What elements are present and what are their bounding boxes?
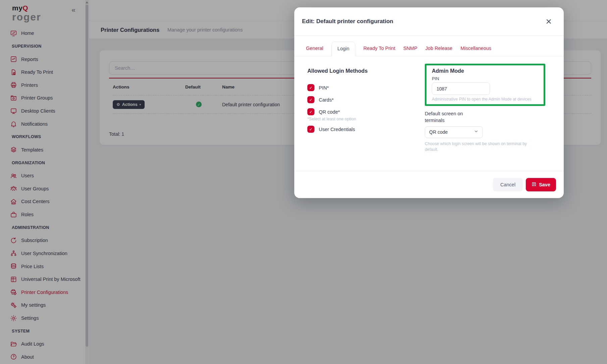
- modal-tabs: GeneralLoginReady To PrintSNMPJob Releas…: [294, 36, 564, 56]
- checkbox-cards[interactable]: ✓: [307, 96, 314, 103]
- default-screen-label: Default screen on terminals: [425, 110, 478, 124]
- save-button-label: Save: [539, 182, 550, 187]
- login-option-cards: ✓Cards*: [307, 96, 411, 103]
- checkbox-pin[interactable]: ✓: [307, 84, 314, 91]
- chevron-down-icon: [474, 129, 478, 135]
- admin-mode-column: Admin Mode PIN Administrative PIN to ope…: [425, 64, 557, 153]
- tab-login[interactable]: Login: [332, 42, 355, 56]
- checkbox-qr-code[interactable]: ✓: [307, 108, 314, 115]
- default-screen-value: QR code: [429, 129, 448, 135]
- default-screen-helper: Choose which login screen will be shown …: [425, 141, 536, 153]
- cancel-button[interactable]: Cancel: [493, 178, 523, 191]
- allowed-login-methods-section: Allowed Login Methods ✓PIN*✓Cards*✓QR co…: [307, 68, 411, 138]
- admin-pin-input[interactable]: [432, 82, 490, 95]
- admin-mode-highlight-box: Admin Mode PIN Administrative PIN to ope…: [425, 64, 545, 106]
- login-methods-note: *Select at least one option: [307, 117, 411, 121]
- close-icon[interactable]: ×: [546, 17, 552, 25]
- tab-general[interactable]: General: [306, 46, 323, 56]
- pin-field-label: PIN: [432, 76, 544, 81]
- allowed-login-methods-heading: Allowed Login Methods: [307, 68, 411, 74]
- login-option-label: Cards*: [319, 97, 334, 103]
- tab-job-release[interactable]: Job Release: [425, 46, 453, 56]
- login-option-label: PIN*: [319, 85, 329, 90]
- save-floppy-icon: [532, 182, 537, 188]
- login-option-qr-code: ✓QR code*: [307, 108, 411, 115]
- modal-body: Allowed Login Methods ✓PIN*✓Cards*✓QR co…: [294, 56, 564, 171]
- modal-title: Edit: Default printer configuration: [302, 18, 393, 25]
- login-option-label: User Credentials: [319, 127, 355, 132]
- default-screen-select[interactable]: QR code: [425, 126, 483, 138]
- tab-miscellaneous[interactable]: Miscellaneous: [460, 46, 491, 56]
- admin-pin-helper: Administrative PIN to open the Admin Mod…: [432, 97, 544, 102]
- login-option-user-credentials: ✓User Credentials: [307, 126, 411, 133]
- modal-header: Edit: Default printer configuration ×: [294, 7, 564, 36]
- login-option-label: QR code*: [319, 109, 340, 115]
- edit-printer-configuration-modal: Edit: Default printer configuration × Ge…: [294, 7, 564, 198]
- modal-footer: Cancel Save: [294, 171, 564, 198]
- login-options-list: ✓PIN*✓Cards*✓QR code**Select at least on…: [307, 84, 411, 133]
- checkbox-user-credentials[interactable]: ✓: [307, 126, 314, 133]
- tab-snmp[interactable]: SNMP: [403, 46, 417, 56]
- admin-mode-heading: Admin Mode: [432, 68, 544, 74]
- login-option-pin: ✓PIN*: [307, 84, 411, 91]
- tab-ready-to-print[interactable]: Ready To Print: [363, 46, 395, 56]
- save-button[interactable]: Save: [526, 178, 556, 191]
